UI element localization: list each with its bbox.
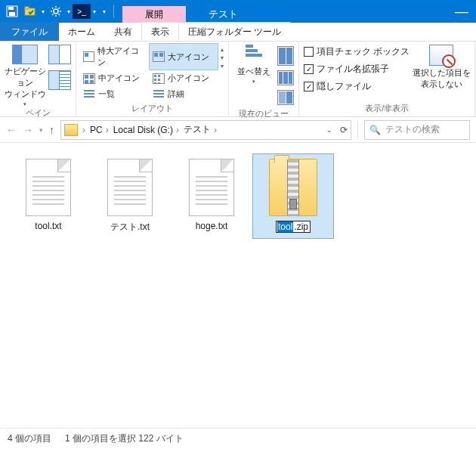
ribbon-group-layout: 特大アイコン 大アイコン 中アイコン 小アイコン 一覧 詳細 ▴ ▾ ▾ レイア…: [76, 42, 229, 116]
layout-gallery[interactable]: 特大アイコン 大アイコン 中アイコン 小アイコン 一覧 詳細: [79, 43, 219, 102]
recent-dropdown-icon[interactable]: ▾: [39, 126, 43, 134]
checkbox-checked-icon: ✓: [304, 82, 314, 91]
nav-pane-label: ナビゲーション ウィンドウ: [3, 66, 47, 100]
quick-access-toolbar: ▾ ▾ >_ ▾ ▾: [0, 0, 116, 23]
chevron-right-icon[interactable]: ›: [176, 125, 179, 135]
checkbox-hidden-files[interactable]: ✓隠しファイル: [302, 78, 411, 95]
breadcrumb-pc[interactable]: PC ›: [90, 125, 109, 135]
file-item[interactable]: hoge.txt: [171, 153, 252, 239]
preview-pane-button[interactable]: [47, 43, 73, 90]
ps-dropdown-icon[interactable]: ▾: [91, 8, 98, 15]
breadcrumb-folder[interactable]: テスト ›: [184, 123, 217, 136]
file-name: テスト.txt: [110, 221, 150, 234]
file-rename-input[interactable]: tool.zip: [276, 221, 311, 233]
checkbox-item-checkboxes[interactable]: 項目チェック ボックス: [302, 43, 411, 60]
group-by-icon[interactable]: [277, 46, 294, 66]
status-selection: 1 個の項目を選択 122 バイト: [65, 432, 184, 445]
details-icon: [48, 70, 71, 90]
chevron-right-icon[interactable]: ›: [106, 125, 109, 135]
status-bar: 4 個の項目 1 個の項目を選択 122 バイト: [0, 429, 476, 448]
refresh-icon[interactable]: ⟳: [340, 125, 348, 135]
tab-share[interactable]: 共有: [104, 22, 142, 41]
layout-medium[interactable]: 中アイコン: [79, 70, 149, 86]
tab-home[interactable]: ホーム: [58, 22, 105, 41]
add-columns-icon[interactable]: [277, 70, 294, 85]
title-context-tabs: 展開 テスト: [122, 0, 261, 23]
checkbox-checked-icon: ✓: [304, 64, 314, 74]
file-name: tool.txt: [35, 221, 61, 231]
file-name: hoge.txt: [196, 221, 228, 231]
address-bar[interactable]: › PC › Local Disk (G:) › テスト › ⌄ ⟳: [60, 120, 351, 140]
sort-label: 並べ替え: [237, 66, 270, 77]
address-dropdown-icon[interactable]: ⌄: [326, 126, 332, 134]
chevron-down-icon[interactable]: ▾: [221, 54, 224, 61]
ribbon-tabs: ファイル ホーム 共有 表示 圧縮フォルダー ツール: [0, 23, 476, 42]
up-icon[interactable]: ↑: [49, 124, 54, 136]
search-icon: 🔍: [369, 125, 381, 135]
search-placeholder: テストの検索: [385, 123, 440, 136]
ribbon-group-showhide: 項目チェック ボックス ✓ファイル名拡張子 ✓隠しファイル 選択した項目を 表示…: [299, 42, 475, 116]
tab-view[interactable]: 表示: [141, 22, 179, 41]
expand-icon[interactable]: ▾: [221, 63, 224, 70]
folder-check-icon[interactable]: [21, 0, 39, 23]
tab-compressed-tools[interactable]: 圧縮フォルダー ツール: [178, 22, 291, 41]
checkbox-file-extensions[interactable]: ✓ファイル名拡張子: [302, 60, 411, 78]
list-icon: [83, 89, 95, 100]
back-icon[interactable]: ←: [6, 124, 17, 136]
svg-line-13: [59, 8, 60, 9]
layout-xlarge[interactable]: 特大アイコン: [79, 43, 149, 70]
panes-icon: [12, 45, 38, 64]
save-icon[interactable]: [3, 0, 21, 23]
qat-overflow-icon[interactable]: ▾: [98, 8, 110, 15]
layout-large[interactable]: 大アイコン: [149, 43, 218, 70]
sort-button[interactable]: 並べ替え ▾: [232, 43, 276, 85]
qat-dropdown-icon[interactable]: ▾: [39, 8, 47, 15]
file-item-selected[interactable]: tool.zip: [252, 153, 334, 239]
settings-icon[interactable]: [47, 0, 65, 23]
svg-rect-4: [25, 7, 29, 9]
forward-icon[interactable]: →: [23, 124, 33, 136]
hide-selected-button[interactable]: 選択した項目を 表示しない: [411, 43, 471, 90]
settings-dropdown-icon[interactable]: ▾: [65, 8, 73, 15]
file-item[interactable]: tool.txt: [8, 153, 89, 239]
powershell-icon[interactable]: >_: [73, 0, 91, 23]
zip-folder-icon: [269, 159, 317, 216]
sort-icon: [246, 45, 262, 64]
hide-icon: [429, 45, 453, 66]
title-right: —: [455, 0, 476, 23]
context-tab-extract[interactable]: 展開: [122, 6, 186, 23]
folder-icon: [64, 124, 78, 136]
showhide-group-label: 表示/非表示: [302, 103, 471, 116]
status-item-count: 4 個の項目: [8, 432, 51, 445]
chevron-right-icon[interactable]: ›: [214, 125, 217, 135]
chevron-down-icon: ▾: [252, 79, 255, 85]
layout-scroll[interactable]: ▴ ▾ ▾: [219, 43, 225, 73]
details-list-icon: [153, 89, 165, 100]
text-file-icon: [107, 159, 153, 216]
rename-extension: .zip: [293, 221, 309, 232]
currentview-group-label: 現在のビュー: [232, 108, 295, 121]
chevron-up-icon[interactable]: ▴: [221, 46, 224, 53]
layout-group-label: レイアウト: [79, 103, 225, 116]
svg-line-12: [52, 14, 54, 16]
tab-file[interactable]: ファイル: [0, 22, 59, 41]
tiles-icon: [153, 73, 165, 84]
ribbon-group-panes: ナビゲーション ウィンドウ ▾ ペイン: [0, 42, 76, 116]
hide-selected-label: 選択した項目を 表示しない: [413, 67, 471, 90]
rename-selection: tool: [277, 221, 293, 232]
layout-details[interactable]: 詳細: [149, 86, 218, 102]
chevron-right-icon[interactable]: ›: [82, 125, 85, 135]
layout-list[interactable]: 一覧: [79, 86, 149, 102]
panes-group-label: ペイン: [3, 107, 73, 120]
file-item[interactable]: テスト.txt: [89, 153, 171, 239]
minimize-icon[interactable]: —: [455, 4, 468, 20]
search-box[interactable]: 🔍 テストの検索: [364, 120, 470, 140]
svg-line-10: [52, 8, 54, 9]
text-file-icon: [189, 159, 234, 216]
ribbon-group-currentview: 並べ替え ▾ 現在のビュー: [229, 42, 299, 116]
nav-pane-button[interactable]: ナビゲーション ウィンドウ ▾: [3, 43, 47, 107]
file-list[interactable]: tool.txt テスト.txt hoge.txt tool.zip: [0, 143, 476, 429]
size-columns-icon[interactable]: [277, 90, 294, 105]
layout-small[interactable]: 小アイコン: [149, 70, 218, 86]
breadcrumb-disk[interactable]: Local Disk (G:) ›: [113, 125, 179, 135]
